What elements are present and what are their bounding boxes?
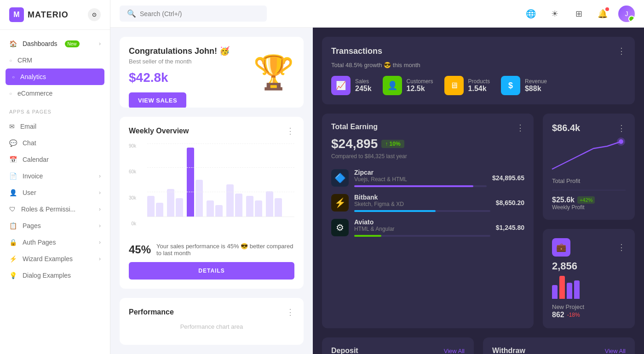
sales-icon: 📈 <box>331 76 351 95</box>
deposit-view-all[interactable]: View All <box>444 348 465 354</box>
y-label-0k: 0k <box>132 221 137 226</box>
profit-footer: Total Profit <box>552 177 626 184</box>
sidebar-item-roles[interactable]: 🛡 Roles & Permissi... › <box>0 201 110 217</box>
sidebar-item-user[interactable]: 👤 User › <box>0 184 110 201</box>
performance-menu-icon[interactable]: ⋮ <box>286 307 294 317</box>
dashboards-badge: New <box>65 40 80 47</box>
logo-icon: M <box>9 7 24 22</box>
grid-icon[interactable]: ⊞ <box>570 6 587 22</box>
earning-items: 🔷 Zipcar Vuejs, React & HTML $24,895.65 <box>331 169 524 237</box>
zipcar-sub: Vuejs, React & HTML <box>354 176 487 183</box>
analytics-icon: ○ <box>12 74 15 80</box>
bitbank-bar <box>354 210 490 212</box>
chat-icon: 💬 <box>9 139 17 147</box>
sidebar-item-dashboards[interactable]: 🏠 Dashboards New › <box>0 35 110 52</box>
performance-content: Performance chart area <box>129 317 294 336</box>
sidebar-item-invoice[interactable]: 📄 Invoice › <box>0 168 110 184</box>
svg-point-1 <box>617 137 625 146</box>
profit-weekly: $25.6k +42% Weekly Profit <box>552 190 626 211</box>
weekly-desc: Your sales performance is 45% 😎 better c… <box>156 243 294 257</box>
weekly-overview-header: Weekly Overview ⋮ <box>129 126 294 136</box>
weekly-menu-icon[interactable]: ⋮ <box>286 126 294 136</box>
bar-primary <box>235 194 242 217</box>
transactions-header: Transactions ⋮ <box>331 46 626 56</box>
stat-products: 🖥 Products 1.54k <box>444 76 490 95</box>
customers-label: Customers <box>407 78 433 85</box>
aviato-bar-fill <box>354 235 381 237</box>
user-arrow: › <box>99 189 101 196</box>
avatar-initials: J <box>625 10 628 17</box>
invoice-arrow: › <box>99 173 101 179</box>
brightness-icon[interactable]: ☀ <box>546 6 563 22</box>
bitbank-icon: ⚡ <box>331 194 349 211</box>
np-menu-icon[interactable]: ⋮ <box>617 242 626 252</box>
zipcar-bar <box>354 185 487 187</box>
stat-customers: 👤 Customers 12.5k <box>383 76 433 95</box>
bar-primary <box>156 203 163 217</box>
profit-menu-icon[interactable]: ⋮ <box>617 123 626 133</box>
np-bar-5 <box>574 280 580 299</box>
total-profit-card: $86.4k ⋮ Total Profit <box>543 114 635 220</box>
pages-icon: 📋 <box>9 222 17 229</box>
y-label-30k: 30k <box>129 195 136 200</box>
sidebar-circle-icon[interactable]: ⊙ <box>88 8 101 21</box>
sidebar-item-calendar[interactable]: 📅 Calendar <box>0 151 110 168</box>
translate-icon[interactable]: 🌐 <box>523 6 539 22</box>
np-bar-2 <box>559 276 565 299</box>
search-input[interactable] <box>140 10 259 17</box>
profit-chart <box>552 137 626 174</box>
search-bar[interactable]: 🔍 <box>120 6 267 22</box>
wizard-icon: ⚡ <box>9 255 17 263</box>
sidebar-item-wizard[interactable]: ⚡ Wizard Examples › <box>0 251 110 267</box>
sidebar-item-crm[interactable]: ○ CRM <box>0 52 110 69</box>
weekly-title: Weekly Overview <box>129 127 189 135</box>
sidebar-item-dialog[interactable]: 💡 Dialog Examples <box>0 267 110 284</box>
sales-value: 245k <box>355 85 372 93</box>
auth-arrow: › <box>99 239 101 246</box>
stat-sales: 📈 Sales 245k <box>331 76 372 95</box>
sidebar-item-auth[interactable]: 🔒 Auth Pages › <box>0 234 110 251</box>
withdraw-view-all[interactable]: View All <box>605 348 626 354</box>
zipcar-name: Zipcar <box>354 169 487 176</box>
weekly-percent: 45% <box>129 243 151 256</box>
sidebar-item-email[interactable]: ✉ Email <box>0 118 110 135</box>
products-label: Products <box>468 78 490 85</box>
sidebar-item-ecommerce[interactable]: ○ eCommerce <box>0 85 110 102</box>
sales-label: Sales <box>355 78 372 85</box>
bell-icon[interactable]: 🔔 <box>594 6 611 22</box>
bitbank-bar-fill <box>354 210 436 212</box>
sidebar-item-pages[interactable]: 📋 Pages › <box>0 217 110 234</box>
topbar-icons: 🌐 ☀ ⊞ 🔔 J <box>523 6 635 22</box>
earning-compare: Compared to $84,325 last year <box>331 153 524 160</box>
aviato-amount: $1,245.80 <box>496 224 524 231</box>
bitbank-sub: Sketch, Figma & XD <box>354 201 490 207</box>
bar-primary <box>215 205 223 217</box>
zipcar-info: Zipcar Vuejs, React & HTML <box>354 169 487 187</box>
details-button[interactable]: DETAILS <box>129 262 294 280</box>
withdraw-title: Withdraw <box>492 347 525 354</box>
main-area: 🔍 🌐 ☀ ⊞ 🔔 J Congratulations John! 🥳 Best… <box>110 0 644 354</box>
sidebar-item-analytics[interactable]: ○ Analytics <box>6 69 104 85</box>
earning-menu-icon[interactable]: ⋮ <box>516 123 524 133</box>
bar-secondary <box>266 191 273 217</box>
aviato-info: Aviato HTML & Angular <box>354 218 490 237</box>
avatar[interactable]: J <box>618 6 635 22</box>
bar-group-4 <box>207 200 223 217</box>
earning-amount: $24,895 ↑ 10% <box>331 137 524 151</box>
np-bars <box>552 276 626 299</box>
revenue-value: $88k <box>525 85 547 93</box>
view-sales-button[interactable]: VIEW SALES <box>129 92 186 108</box>
sidebar-item-chat[interactable]: 💬 Chat <box>0 135 110 151</box>
np-value-row: 862 -18% <box>552 311 626 319</box>
aviato-icon: ⚙ <box>331 219 349 236</box>
pages-arrow: › <box>99 223 101 229</box>
bar-secondary <box>246 196 253 217</box>
withdraw-header: Withdraw View All <box>492 347 626 354</box>
profit-header: $86.4k ⋮ <box>552 123 626 133</box>
revenue-icon: $ <box>501 76 520 95</box>
y-label-60k: 60k <box>129 169 136 174</box>
transactions-menu-icon[interactable]: ⋮ <box>617 46 626 56</box>
bottom-row: Deposit View All Withdraw View All N TS … <box>322 337 635 354</box>
performance-card: Performance ⋮ Performance chart area <box>120 298 304 345</box>
earning-item-zipcar: 🔷 Zipcar Vuejs, React & HTML $24,895.65 <box>331 169 524 187</box>
